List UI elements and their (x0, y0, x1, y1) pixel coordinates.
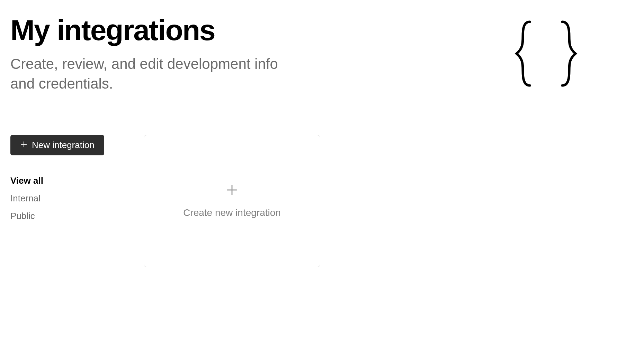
filter-view-all[interactable]: View all (10, 172, 111, 190)
filter-list: View all Internal Public (10, 172, 111, 225)
page-header: My integrations Create, review, and edit… (10, 16, 607, 93)
braces-icon (513, 19, 579, 90)
filter-label: Internal (10, 193, 41, 203)
main-content: Create new integration (144, 135, 607, 267)
sidebar: New integration View all Internal Public (10, 135, 111, 267)
filter-public[interactable]: Public (10, 207, 111, 225)
create-integration-card[interactable]: Create new integration (144, 135, 320, 267)
plus-icon (20, 140, 28, 151)
plus-icon (226, 184, 238, 198)
header-text: My integrations Create, review, and edit… (10, 16, 322, 93)
content: New integration View all Internal Public… (10, 135, 607, 267)
page-title: My integrations (10, 16, 322, 45)
filter-label: View all (10, 175, 43, 186)
create-card-label: Create new integration (183, 207, 281, 218)
new-integration-button[interactable]: New integration (10, 135, 104, 155)
new-integration-label: New integration (32, 140, 95, 151)
filter-internal[interactable]: Internal (10, 190, 111, 207)
page-subtitle: Create, review, and edit development inf… (10, 54, 287, 93)
filter-label: Public (10, 211, 35, 221)
